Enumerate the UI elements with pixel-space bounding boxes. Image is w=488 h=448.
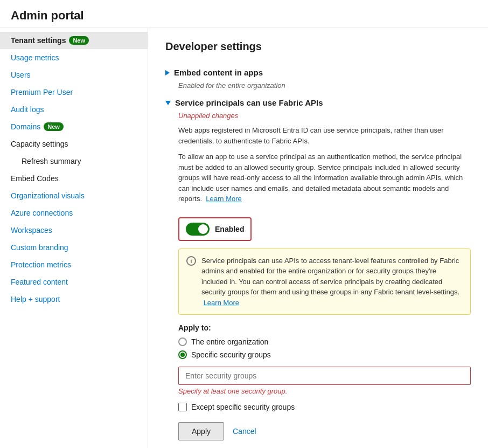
radio-specific-groups[interactable]: Specific security groups (178, 350, 471, 359)
sidebar-item-azure-connections[interactable]: Azure connections (0, 204, 148, 222)
except-groups-label: Except specific security groups (191, 403, 295, 411)
sidebar-item-label-featured-content: Featured content (11, 278, 68, 286)
sidebar-item-embed-codes[interactable]: Embed Codes (0, 170, 148, 187)
sidebar-item-label-domains: Domains (11, 122, 40, 131)
sidebar-item-label-protection-metrics: Protection metrics (11, 260, 71, 269)
sidebar-item-label-workspaces: Workspaces (11, 226, 52, 235)
page-title: Admin portal (0, 0, 488, 27)
toggle-thumb (198, 224, 208, 234)
radio-specific-groups-label: Specific security groups (191, 350, 271, 359)
sidebar-item-label-help-support: Help + support (11, 295, 60, 304)
accordion-embed-subtitle: Enabled for the entire organization (178, 81, 471, 89)
main-content: Developer settings Embed content in apps… (148, 27, 488, 448)
accordion-sp-title: Service principals can use Fabric APIs (175, 98, 323, 107)
main-layout: Tenant settingsNewUsage metricsUsersPrem… (0, 27, 488, 448)
sidebar-badge-domains: New (44, 122, 64, 131)
sidebar-badge-tenant-settings: New (69, 36, 89, 45)
sidebar-item-label-tenant-settings: Tenant settings (11, 36, 66, 45)
sidebar-item-protection-metrics[interactable]: Protection metrics (0, 256, 148, 273)
sidebar-item-domains[interactable]: DomainsNew (0, 118, 148, 135)
description-2: To allow an app to use a service princip… (178, 151, 471, 204)
sidebar-item-label-audit-logs: Audit logs (11, 105, 44, 114)
sidebar-item-label-custom-branding: Custom branding (11, 243, 68, 252)
sidebar: Tenant settingsNewUsage metricsUsersPrem… (0, 27, 148, 448)
accordion-embed-title: Embed content in apps (174, 68, 263, 77)
accordion-service-principals: Service principals can use Fabric APIs U… (165, 94, 471, 447)
sidebar-item-label-users: Users (11, 71, 31, 79)
sidebar-item-label-refresh-summary: Refresh summary (22, 157, 81, 166)
sidebar-item-label-embed-codes: Embed Codes (11, 174, 59, 183)
sidebar-item-label-azure-connections: Azure connections (11, 209, 73, 217)
chevron-right-icon (165, 70, 170, 75)
sidebar-item-help-support[interactable]: Help + support (0, 291, 148, 308)
accordion-sp-body: Unapplied changes Web apps registered in… (178, 112, 471, 447)
cancel-button[interactable]: Cancel (231, 423, 259, 440)
radio-entire-org[interactable]: The entire organization (178, 337, 471, 346)
sidebar-item-label-premium-per-user: Premium Per User (11, 88, 73, 97)
radio-entire-org-circle (178, 337, 187, 346)
sidebar-item-premium-per-user[interactable]: Premium Per User (0, 84, 148, 101)
radio-entire-org-label: The entire organization (191, 337, 268, 346)
info-icon: i (186, 256, 196, 266)
radio-specific-groups-circle (178, 350, 187, 359)
security-groups-input[interactable] (178, 367, 471, 385)
accordion-embed: Embed content in apps Enabled for the en… (165, 64, 471, 89)
sidebar-item-users[interactable]: Users (0, 66, 148, 84)
button-row: Apply Cancel (178, 422, 471, 440)
toggle-label: Enabled (215, 225, 244, 233)
sidebar-item-label-capacity-settings: Capacity settings (11, 140, 68, 148)
sidebar-item-audit-logs[interactable]: Audit logs (0, 101, 148, 118)
learn-more-link-2[interactable]: Learn More (204, 299, 239, 307)
radio-group: The entire organization Specific securit… (178, 337, 471, 359)
unapplied-changes-text: Unapplied changes (178, 112, 471, 120)
section-title: Developer settings (165, 40, 471, 53)
description-1: Web apps registered in Microsoft Entra I… (178, 125, 471, 146)
sidebar-item-usage-metrics[interactable]: Usage metrics (0, 49, 148, 66)
sidebar-item-featured-content[interactable]: Featured content (0, 273, 148, 291)
app-container: Admin portal Tenant settingsNewUsage met… (0, 0, 488, 448)
sidebar-item-tenant-settings[interactable]: Tenant settingsNew (0, 32, 148, 49)
except-groups-checkbox-row[interactable]: Except specific security groups (178, 403, 471, 411)
accordion-embed-header[interactable]: Embed content in apps (165, 64, 471, 81)
input-hint: Specify at least one security group. (178, 387, 471, 395)
chevron-down-icon (165, 101, 171, 105)
sidebar-item-org-visuals[interactable]: Organizational visuals (0, 187, 148, 204)
apply-button[interactable]: Apply (178, 422, 224, 440)
toggle-row: Enabled (178, 217, 252, 241)
apply-to-label: Apply to: (178, 323, 471, 332)
sidebar-item-label-usage-metrics: Usage metrics (11, 53, 59, 62)
except-groups-checkbox[interactable] (178, 403, 187, 411)
warning-box: i Service principals can use APIs to acc… (178, 249, 471, 315)
accordion-sp-header[interactable]: Service principals can use Fabric APIs (165, 94, 471, 112)
warning-text: Service principals can use APIs to acces… (201, 256, 463, 308)
sidebar-item-refresh-summary[interactable]: Refresh summary (0, 153, 148, 170)
learn-more-link-1[interactable]: Learn More (206, 195, 241, 203)
toggle-track (186, 223, 210, 236)
sidebar-item-capacity-settings[interactable]: Capacity settings (0, 135, 148, 153)
sidebar-item-label-org-visuals: Organizational visuals (11, 191, 85, 200)
sidebar-item-custom-branding[interactable]: Custom branding (0, 239, 148, 256)
enabled-toggle[interactable] (186, 223, 210, 236)
sidebar-item-workspaces[interactable]: Workspaces (0, 222, 148, 239)
